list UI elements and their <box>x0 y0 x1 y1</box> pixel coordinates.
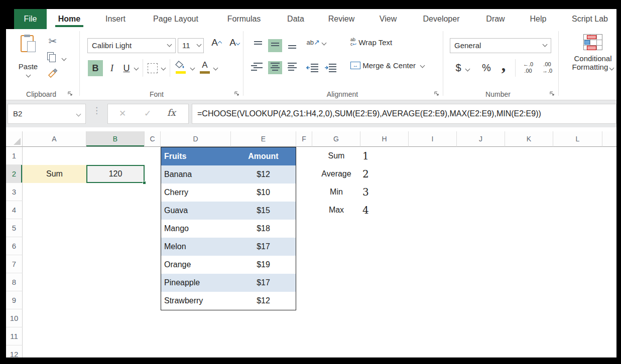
comma-style-button[interactable]: , <box>498 56 509 74</box>
row-header-3[interactable]: 3 <box>6 183 23 201</box>
tab-developer[interactable]: Developer <box>417 9 466 29</box>
font-color-dropdown-icon[interactable] <box>213 66 218 71</box>
lookup-value-cell[interactable]: 2 <box>362 165 409 183</box>
borders-button[interactable] <box>148 63 158 73</box>
column-header-g[interactable]: G <box>312 131 360 147</box>
cancel-icon[interactable]: ✕ <box>119 108 126 119</box>
merge-center-button[interactable]: ↔ Merge & Center <box>350 60 444 75</box>
fruit-name-cell[interactable]: Cherry <box>161 184 231 202</box>
lookup-value-cell[interactable]: 3 <box>362 183 409 201</box>
column-header-b[interactable]: B <box>86 131 145 147</box>
underline-button[interactable]: U <box>120 60 133 76</box>
alignment-dialog-launcher[interactable] <box>434 91 440 97</box>
tab-data[interactable]: Data <box>282 9 309 29</box>
select-all-corner[interactable] <box>6 131 23 147</box>
number-format-combo[interactable]: General <box>450 38 551 53</box>
row-header-5[interactable]: 5 <box>6 219 23 237</box>
tab-home[interactable]: Home <box>54 9 84 29</box>
lookup-label-cell[interactable]: Average <box>312 165 360 183</box>
wrap-text-button[interactable]: ab c↩ Wrap Text <box>350 37 416 52</box>
fill-color-button[interactable] <box>175 60 188 76</box>
percent-button[interactable]: % <box>479 60 494 76</box>
conditional-formatting-button[interactable]: Conditional Formatting <box>569 33 616 83</box>
column-header-d[interactable]: D <box>161 131 231 147</box>
fruit-amount-cell[interactable]: $19 <box>231 256 296 274</box>
decrease-decimal-button[interactable]: .00→.0 <box>539 61 555 74</box>
currency-dropdown-icon[interactable] <box>465 67 470 72</box>
grow-font-button[interactable]: A <box>209 37 224 48</box>
tab-page-layout[interactable]: Page Layout <box>147 9 205 29</box>
fruit-amount-cell[interactable]: $17 <box>231 238 296 256</box>
increase-decimal-button[interactable]: ←.0.00 <box>520 61 536 74</box>
cut-button[interactable]: ✂ <box>46 35 59 47</box>
name-box[interactable]: B2 <box>8 104 86 124</box>
borders-dropdown-icon[interactable] <box>161 66 166 71</box>
increase-indent-button[interactable] <box>324 61 339 74</box>
format-painter-button[interactable] <box>47 68 59 79</box>
selection-fill-handle[interactable] <box>143 181 146 185</box>
number-dialog-launcher[interactable] <box>549 91 555 97</box>
fruit-name-cell[interactable]: Orange <box>161 256 231 274</box>
align-middle-button[interactable] <box>268 39 282 52</box>
lookup-label-cell[interactable]: Min <box>312 183 360 201</box>
orientation-button[interactable]: ab↗ <box>306 38 326 52</box>
tab-draw[interactable]: Draw <box>481 9 510 29</box>
font-color-button[interactable]: A <box>199 60 211 76</box>
insert-function-icon[interactable]: fx <box>167 107 176 118</box>
fruit-amount-cell[interactable]: $15 <box>231 202 296 220</box>
column-header-k[interactable]: K <box>505 131 553 147</box>
row-header-7[interactable]: 7 <box>6 255 23 273</box>
tab-help[interactable]: Help <box>525 9 551 29</box>
fruit-name-cell[interactable]: Melon <box>161 238 231 256</box>
cell-b2-selected[interactable]: 120 <box>86 165 145 183</box>
fruit-amount-cell[interactable]: $17 <box>231 274 296 292</box>
clipboard-dialog-launcher[interactable] <box>67 91 73 97</box>
row-header-1[interactable]: 1 <box>6 147 23 165</box>
name-box-dropdown-icon[interactable] <box>76 112 81 117</box>
row-header-6[interactable]: 6 <box>6 237 23 255</box>
currency-button[interactable]: $ <box>453 60 464 76</box>
shrink-font-button[interactable]: A <box>227 37 242 48</box>
fruit-amount-cell[interactable]: $10 <box>231 184 296 202</box>
font-size-combo[interactable]: 11 <box>178 38 204 53</box>
tab-review[interactable]: Review <box>323 9 359 29</box>
cell-a2[interactable]: Sum <box>23 165 86 183</box>
fruit-name-cell[interactable]: Guava <box>161 202 231 220</box>
fruit-amount-cell[interactable]: $18 <box>231 220 296 238</box>
row-header-8[interactable]: 8 <box>6 273 23 291</box>
fruit-amount-cell[interactable]: $12 <box>231 292 296 310</box>
row-header-4[interactable]: 4 <box>6 201 23 219</box>
font-dialog-launcher[interactable] <box>234 91 240 97</box>
paste-button[interactable]: Paste <box>14 33 42 79</box>
align-right-button[interactable] <box>285 61 299 74</box>
column-header-h[interactable]: H <box>360 131 409 147</box>
row-header-9[interactable]: 9 <box>6 291 23 309</box>
underline-dropdown-icon[interactable] <box>134 66 139 71</box>
formula-input[interactable]: =CHOOSE(VLOOKUP(A2,G1:H4,2,0),SUM(E2:E9)… <box>192 104 616 124</box>
align-left-button[interactable] <box>251 61 265 74</box>
column-header-e[interactable]: E <box>231 131 296 147</box>
enter-icon[interactable]: ✓ <box>144 108 151 119</box>
bold-button[interactable]: B <box>88 60 103 76</box>
align-bottom-button[interactable] <box>285 39 299 52</box>
copy-button[interactable] <box>47 52 57 63</box>
fill-color-dropdown-icon[interactable] <box>190 66 195 71</box>
align-top-button[interactable] <box>251 39 265 52</box>
decrease-indent-button[interactable] <box>306 61 321 74</box>
italic-button[interactable]: I <box>106 60 118 76</box>
lookup-value-cell[interactable]: 4 <box>362 201 409 219</box>
fruit-amount-cell[interactable]: $12 <box>231 165 296 184</box>
formula-bar-menu-dots[interactable]: ⋮ <box>92 105 101 116</box>
column-header-a[interactable]: A <box>23 131 86 147</box>
fruit-header-amount[interactable]: Amount <box>231 147 296 165</box>
row-header-2[interactable]: 2 <box>6 165 23 183</box>
fruit-name-cell[interactable]: Strawberry <box>161 292 231 310</box>
tab-view[interactable]: View <box>375 9 402 29</box>
tab-formulas[interactable]: Formulas <box>220 9 268 29</box>
font-family-combo[interactable]: Calibri Light <box>87 38 176 53</box>
fruit-name-cell[interactable]: Banana <box>161 165 231 184</box>
tab-file[interactable]: File <box>14 9 47 29</box>
lookup-label-cell[interactable]: Sum <box>312 147 360 165</box>
tab-script-lab[interactable]: Script Lab <box>565 9 614 29</box>
paste-dropdown-icon[interactable] <box>26 73 31 78</box>
